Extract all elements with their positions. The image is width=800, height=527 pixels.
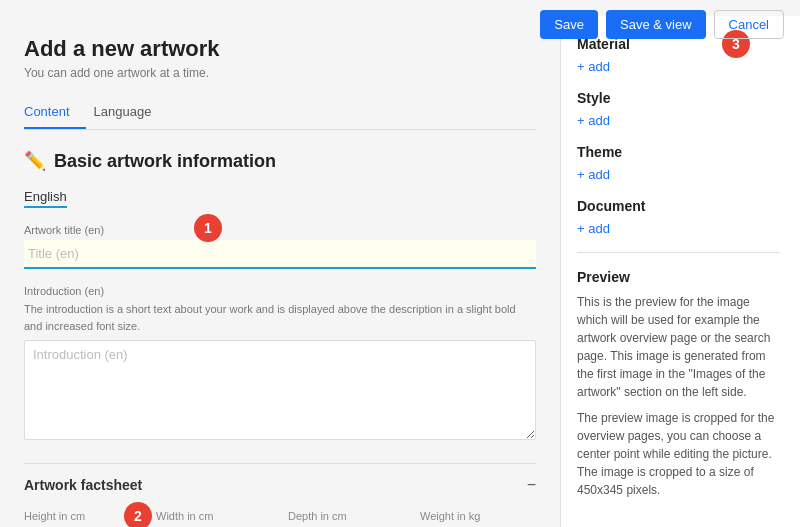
artwork-title-field-group: Artwork title (en) 1 (24, 224, 536, 269)
style-section: Style + add (577, 90, 780, 128)
page-title: Add a new artwork (24, 36, 536, 62)
factsheet-title: Artwork factsheet (24, 477, 142, 493)
introduction-field-group: Introduction (en) The introduction is a … (24, 285, 536, 443)
language-indicator: English (24, 189, 67, 208)
height-label: Height in cm (24, 510, 140, 522)
dimensions-wrapper: Height in cm Width in cm Depth in cm Wei… (24, 510, 536, 527)
depth-field: Depth in cm (288, 510, 404, 527)
material-add-link[interactable]: + add (577, 59, 610, 74)
section-heading: ✏️ Basic artwork information (24, 150, 536, 172)
weight-field: Weight in kg (420, 510, 536, 527)
section-title: Basic artwork information (54, 151, 276, 172)
annotation-badge-2: 2 (124, 502, 152, 527)
document-section: Document + add (577, 198, 780, 236)
tab-content[interactable]: Content (24, 96, 86, 129)
annotation-badge-1: 1 (194, 214, 222, 242)
weight-label: Weight in kg (420, 510, 536, 522)
page-subtitle: You can add one artwork at a time. (24, 66, 536, 80)
collapse-icon[interactable]: − (527, 476, 536, 494)
artwork-title-label: Artwork title (en) (24, 224, 536, 236)
dimension-row: Height in cm Width in cm Depth in cm Wei… (24, 510, 536, 527)
preview-text-1: This is the preview for the image which … (577, 293, 780, 401)
main-content: Add a new artwork You can add one artwor… (0, 16, 560, 527)
introduction-textarea[interactable] (24, 340, 536, 440)
style-title: Style (577, 90, 780, 106)
theme-section: Theme + add (577, 144, 780, 182)
document-add-link[interactable]: + add (577, 221, 610, 236)
preview-text-2: The preview image is cropped for the ove… (577, 409, 780, 499)
right-sidebar: Material + add 3 Style + add Theme + add… (560, 16, 800, 527)
height-field: Height in cm (24, 510, 140, 527)
width-label: Width in cm (156, 510, 272, 522)
document-title: Document (577, 198, 780, 214)
pencil-icon: ✏️ (24, 150, 46, 172)
factsheet-header: Artwork factsheet − (24, 476, 536, 494)
save-view-button[interactable]: Save & view (606, 10, 706, 39)
introduction-label: Introduction (en) (24, 285, 536, 297)
depth-label: Depth in cm (288, 510, 404, 522)
preview-title: Preview (577, 269, 780, 285)
theme-add-link[interactable]: + add (577, 167, 610, 182)
preview-section: Preview This is the preview for the imag… (577, 252, 780, 499)
cancel-button[interactable]: Cancel (714, 10, 784, 39)
top-action-bar: Save Save & view Cancel (524, 0, 800, 49)
introduction-help-text: The introduction is a short text about y… (24, 301, 536, 334)
page-wrapper: Add a new artwork You can add one artwor… (0, 0, 800, 527)
factsheet-section: Artwork factsheet − Height in cm Width i… (24, 463, 536, 527)
tabs-container: Content Language (24, 96, 536, 130)
theme-title: Theme (577, 144, 780, 160)
save-button[interactable]: Save (540, 10, 598, 39)
style-add-link[interactable]: + add (577, 113, 610, 128)
tab-language[interactable]: Language (94, 96, 168, 129)
artwork-title-input[interactable] (24, 240, 536, 269)
width-field: Width in cm (156, 510, 272, 527)
